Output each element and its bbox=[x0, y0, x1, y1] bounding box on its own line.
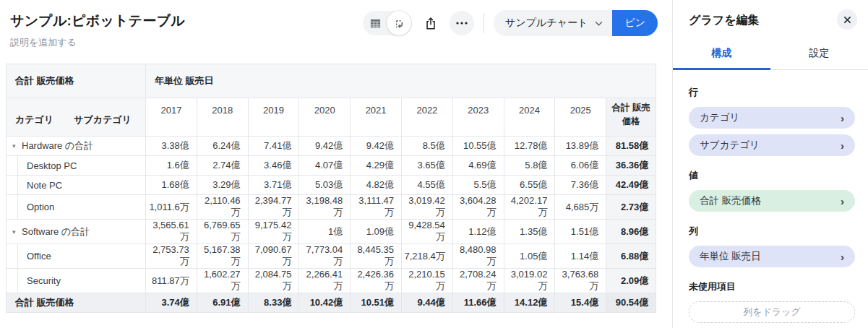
value-cell: 7,773.04万 bbox=[299, 244, 351, 269]
chevron-down-icon bbox=[595, 21, 603, 26]
close-panel-button[interactable] bbox=[837, 9, 857, 30]
row-label-text: Note PC bbox=[27, 180, 62, 191]
row-label-text: Software の合計 bbox=[22, 226, 90, 237]
table-row: Option1,011.6万2,110.46万2,394.77万3,198.48… bbox=[7, 195, 656, 220]
value-cell: 4.07億 bbox=[299, 156, 351, 176]
value-cell: 1.05億 bbox=[504, 244, 555, 269]
row-label-text: 合計 販売価格 bbox=[15, 297, 74, 308]
panel-sections: 行カテゴリ›サブカテゴリ›値合計 販売価格›列年単位 販売日›未使用項目列をドラ… bbox=[689, 70, 855, 323]
field-pill-label: サブカテゴリ bbox=[700, 139, 760, 152]
value-cell: 1.51億 bbox=[555, 220, 606, 244]
share-button[interactable] bbox=[418, 11, 443, 35]
share-icon bbox=[424, 17, 437, 30]
field-pill[interactable]: カテゴリ› bbox=[689, 107, 855, 129]
value-cell: 10.55億 bbox=[452, 137, 504, 156]
value-cell: 8,445.35万 bbox=[351, 244, 402, 269]
table-view-toggle[interactable] bbox=[364, 12, 387, 35]
row-label-text: Desktop PC bbox=[27, 160, 77, 171]
value-cell: 3,763.68万 bbox=[555, 269, 606, 293]
row-label: 合計 販売価格 bbox=[7, 293, 146, 313]
collapse-triangle-icon[interactable]: ▾ bbox=[12, 142, 22, 150]
value-cell: 14.12億 bbox=[504, 293, 555, 313]
pin-button[interactable]: ピン bbox=[612, 10, 658, 36]
table-row: Security811.87万1,602.27万2,084.75万2,266.4… bbox=[7, 269, 656, 293]
chart-selector-dropdown[interactable]: サンプルチャート bbox=[494, 10, 612, 36]
chart-selector-value: サンプルチャート bbox=[505, 17, 588, 30]
row-total-cell: 81.58億 bbox=[606, 137, 656, 156]
value-cell: 7.41億 bbox=[248, 137, 299, 156]
table-view-icon bbox=[369, 17, 382, 30]
toolbar-divider bbox=[484, 13, 484, 33]
value-cell: 7.36億 bbox=[555, 176, 606, 195]
value-cell: 811.87万 bbox=[146, 269, 197, 293]
field-pill-label: 年単位 販売日 bbox=[700, 250, 761, 263]
more-options-button[interactable] bbox=[450, 11, 474, 35]
value-cell: 8.5億 bbox=[401, 137, 452, 156]
column-drop-zone[interactable]: 列をドラッグ bbox=[689, 301, 855, 323]
value-cell: 2,394.77万 bbox=[248, 195, 299, 220]
year-column-header: 2023 bbox=[452, 98, 504, 137]
panel-title: グラフを編集 bbox=[689, 0, 855, 28]
section-label: 行 bbox=[689, 86, 855, 99]
collapse-triangle-icon[interactable]: ▾ bbox=[12, 228, 22, 236]
tab-composition[interactable]: 構成 bbox=[673, 40, 770, 70]
year-column-header: 2025 bbox=[555, 98, 606, 137]
year-column-header: 2024 bbox=[504, 98, 555, 137]
tab-settings[interactable]: 設定 bbox=[770, 40, 868, 70]
value-cell: 2,753.73万 bbox=[146, 244, 197, 269]
value-cell: 4.69億 bbox=[452, 156, 504, 176]
pivot-view-toggle[interactable] bbox=[387, 11, 411, 35]
panel-tabs: 構成 設定 bbox=[673, 40, 868, 70]
value-cell: 4.55億 bbox=[401, 176, 452, 195]
value-cell: 2,110.46万 bbox=[197, 195, 248, 220]
value-cell: 3.74億 bbox=[146, 293, 197, 313]
value-cell: 13.89億 bbox=[555, 137, 606, 156]
value-cell: 2,084.75万 bbox=[248, 269, 299, 293]
value-cell: 11.66億 bbox=[452, 293, 504, 313]
row-total-cell: 6.88億 bbox=[606, 244, 656, 269]
description-placeholder[interactable]: 説明を追加する bbox=[10, 36, 661, 49]
value-cell: 1,011.6万 bbox=[146, 195, 197, 220]
value-cell: 1.35億 bbox=[504, 220, 555, 244]
value-cell: 1.6億 bbox=[146, 156, 197, 176]
column-group-label: 年単位 販売日 bbox=[146, 64, 656, 98]
table-row: Office2,753.73万5,167.38万7,090.67万7,773.0… bbox=[7, 244, 656, 269]
table-row: Desktop PC1.6億2.74億3.46億4.07億4.29億3.65億4… bbox=[7, 156, 656, 176]
row-label: Option bbox=[7, 195, 146, 220]
pivot-view-icon bbox=[393, 17, 405, 30]
value-cell: 10.51億 bbox=[351, 293, 402, 313]
grand-total-row: 合計 販売価格3.74億6.91億8.33億10.42億10.51億9.44億1… bbox=[7, 293, 656, 313]
section-label: 列 bbox=[689, 225, 855, 238]
row-label: Desktop PC bbox=[7, 156, 146, 176]
value-cell: 9.42億 bbox=[351, 137, 402, 156]
value-cell: 8.33億 bbox=[248, 293, 299, 313]
field-pill-label: カテゴリ bbox=[700, 111, 739, 124]
value-cell: 1.14億 bbox=[555, 244, 606, 269]
value-cell: 3,198.48万 bbox=[299, 195, 351, 220]
value-cell: 3,019.42万 bbox=[401, 195, 452, 220]
value-cell: 9,428.54万 bbox=[401, 220, 452, 244]
row-label-text: Hardware の合計 bbox=[22, 140, 93, 151]
value-cell: 10.42億 bbox=[299, 293, 351, 313]
chevron-right-icon: › bbox=[841, 251, 844, 263]
value-cell: 5.5億 bbox=[452, 176, 504, 195]
pivot-corner-label: 合計 販売価格 bbox=[7, 64, 146, 98]
value-cell: 1.12億 bbox=[452, 220, 504, 244]
row-total-cell: 36.36億 bbox=[606, 156, 656, 176]
value-cell: 5,167.38万 bbox=[197, 244, 248, 269]
value-cell: 12.78億 bbox=[504, 137, 555, 156]
table-row: ▾Hardware の合計3.38億6.24億7.41億9.42億9.42億8.… bbox=[7, 137, 656, 156]
field-pill[interactable]: 合計 販売価格› bbox=[689, 190, 855, 212]
value-cell: 4,202.17万 bbox=[504, 195, 555, 220]
value-cell: 7,218.4万 bbox=[401, 244, 452, 269]
year-column-header: 2020 bbox=[299, 98, 351, 137]
value-cell: 3.29億 bbox=[197, 176, 248, 195]
field-pill[interactable]: 年単位 販売日› bbox=[689, 246, 855, 267]
value-cell: 1,602.27万 bbox=[197, 269, 248, 293]
value-cell: 6.06億 bbox=[555, 156, 606, 176]
field-pill[interactable]: サブカテゴリ› bbox=[689, 134, 855, 156]
row-label: ▾Software の合計 bbox=[7, 220, 146, 244]
chevron-right-icon: › bbox=[841, 139, 844, 152]
table-row: ▾Software の合計3,565.61万6,769.65万9,175.42万… bbox=[7, 220, 656, 244]
value-cell: 2,426.36万 bbox=[351, 269, 402, 293]
